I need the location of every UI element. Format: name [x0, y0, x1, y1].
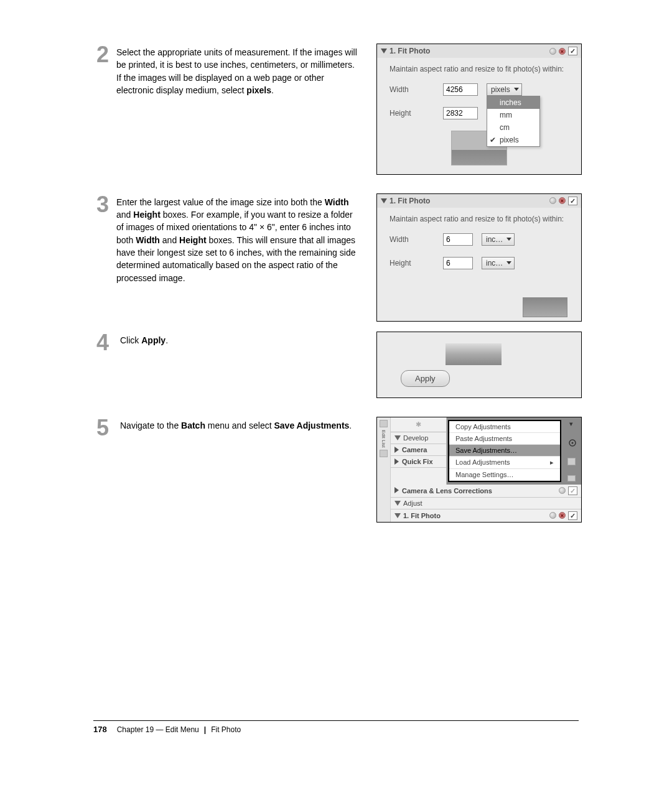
- unit-dropdown-menu: inches mm cm ✔pixels: [487, 96, 540, 147]
- step-5: 5 Navigate to the Batch menu and select …: [96, 417, 582, 523]
- section-label: Fit Photo: [211, 725, 241, 734]
- camera-section[interactable]: Camera: [391, 444, 446, 456]
- unit-dropdown[interactable]: inc…: [482, 257, 515, 269]
- step-4: 4 Click Apply. Apply: [96, 332, 582, 398]
- panel-subtitle: Maintain aspect ratio and resize to fit …: [390, 214, 569, 225]
- page-footer: 178 Chapter 19 — Edit Menu | Fit Photo: [93, 720, 579, 734]
- preview-thumbnail: [523, 297, 567, 317]
- thumb-icon: [567, 475, 576, 481]
- step-text: Navigate to the Batch menu and select Sa…: [120, 417, 352, 432]
- fit-photo-panel: 1. Fit Photo × ✓ Maintain aspect ratio a…: [376, 193, 582, 322]
- menu-copy-adjustments[interactable]: Copy Adjustments: [449, 421, 560, 433]
- quickfix-section[interactable]: Quick Fix: [391, 456, 446, 468]
- adjust-section[interactable]: Adjust: [391, 498, 581, 509]
- apply-button[interactable]: Apply: [401, 370, 450, 387]
- palette-icon[interactable]: [549, 512, 556, 519]
- unit-dropdown[interactable]: pixels: [487, 83, 522, 96]
- step-number: 4: [96, 332, 113, 354]
- height-label: Height: [390, 109, 443, 118]
- edit-list-label: Edit List: [381, 430, 386, 447]
- dropdown-arrow-icon[interactable]: ▾: [569, 420, 573, 428]
- panel-title: 1. Fit Photo: [390, 47, 549, 55]
- chevron-down-icon: [506, 238, 511, 241]
- step-text: Enter the largest value of the image siz…: [116, 193, 358, 284]
- star-icon: ✱: [416, 421, 421, 429]
- chevron-down-icon: [506, 261, 511, 264]
- width-input[interactable]: [443, 233, 473, 246]
- menu-paste-adjustments[interactable]: Paste Adjustments: [449, 433, 560, 445]
- step-text: Click Apply.: [120, 332, 168, 346]
- menu-manage-settings[interactable]: Manage Settings…: [449, 469, 560, 481]
- fit-photo-panel: 1. Fit Photo × ✓ Maintain aspect ratio a…: [376, 44, 582, 175]
- dropdown-item-pixels[interactable]: ✔pixels: [487, 134, 539, 146]
- step-number: 5: [96, 417, 113, 439]
- batch-menu-panel: Edit List ✱ Develop: [376, 417, 582, 523]
- palette-icon[interactable]: [549, 48, 556, 55]
- palette-icon[interactable]: [559, 487, 566, 494]
- enable-checkbox[interactable]: ✓: [568, 197, 577, 205]
- enable-checkbox[interactable]: ✓: [568, 511, 577, 520]
- height-input[interactable]: [443, 257, 473, 269]
- disclosure-triangle-icon[interactable]: [381, 49, 387, 53]
- width-input[interactable]: [443, 83, 478, 96]
- chapter-label: Chapter 19 — Edit Menu: [117, 725, 199, 734]
- dropdown-item-mm[interactable]: mm: [487, 109, 539, 121]
- corrections-section[interactable]: Camera & Lens Corrections ✓: [391, 485, 581, 498]
- menu-load-adjustments[interactable]: Load Adjustments▸: [449, 457, 560, 469]
- dropdown-item-cm[interactable]: cm: [487, 121, 539, 134]
- step-number: 2: [96, 44, 109, 66]
- width-label: Width: [390, 235, 443, 244]
- menu-save-adjustments[interactable]: Save Adjustments…: [449, 445, 560, 457]
- close-icon[interactable]: ×: [559, 48, 566, 55]
- apply-panel: Apply: [376, 332, 582, 398]
- palette-icon[interactable]: [549, 197, 556, 204]
- sidebar-icons: Edit List: [377, 417, 391, 522]
- chevron-down-icon: [514, 88, 519, 91]
- thumb-icon: [567, 458, 576, 465]
- enable-checkbox[interactable]: ✓: [568, 486, 577, 495]
- sidebar-icon[interactable]: [380, 420, 388, 427]
- close-icon[interactable]: ×: [559, 512, 566, 519]
- panel-subtitle: Maintain aspect ratio and resize to fit …: [390, 64, 569, 75]
- step-2: 2 Select the appropriate units of measur…: [96, 44, 582, 175]
- width-label: Width: [390, 85, 443, 94]
- height-input[interactable]: [443, 107, 478, 119]
- step-number: 3: [96, 193, 109, 216]
- panel-title: 1. Fit Photo: [390, 197, 549, 205]
- gear-icon[interactable]: [567, 438, 577, 448]
- disclosure-triangle-icon[interactable]: [381, 198, 387, 203]
- preview-thumbnail: [446, 343, 502, 365]
- unit-dropdown[interactable]: inc…: [482, 233, 515, 246]
- svg-point-1: [572, 442, 574, 444]
- develop-section[interactable]: Develop: [391, 432, 446, 444]
- page-number: 178: [93, 725, 107, 734]
- sidebar-icon[interactable]: [380, 450, 388, 457]
- step-text: Select the appropriate units of measurem…: [116, 44, 358, 96]
- step-3: 3 Enter the largest value of the image s…: [96, 193, 582, 322]
- fit-photo-section[interactable]: 1. Fit Photo × ✓: [391, 509, 581, 522]
- height-label: Height: [390, 259, 443, 267]
- enable-checkbox[interactable]: ✓: [568, 47, 577, 55]
- close-icon[interactable]: ×: [559, 197, 566, 204]
- dropdown-item-inches[interactable]: inches: [487, 96, 539, 109]
